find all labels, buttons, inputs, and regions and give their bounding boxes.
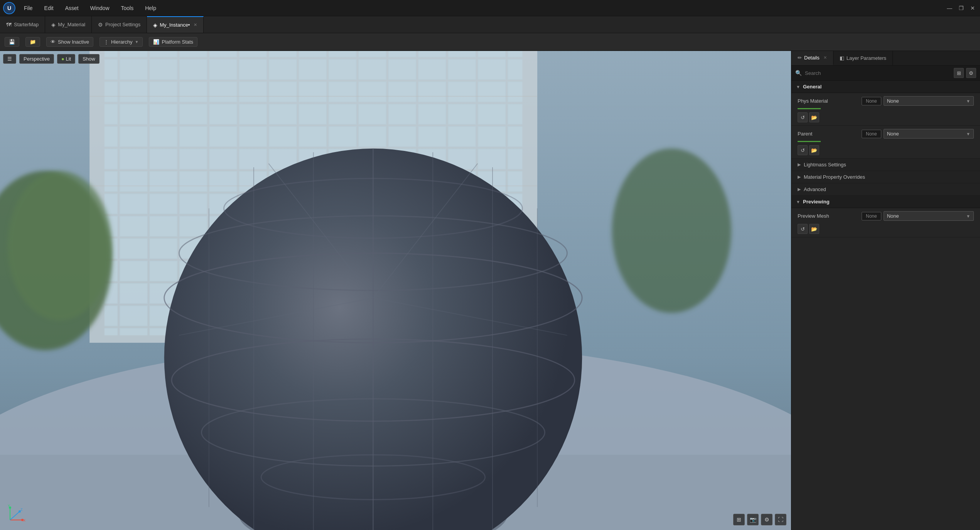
menu-help[interactable]: Help	[143, 3, 159, 13]
parent-browse-button[interactable]: 📂	[809, 145, 819, 155]
browse-button[interactable]: 📁	[25, 37, 40, 47]
platform-stats-label: Platform Stats	[162, 39, 193, 45]
menu-tools[interactable]: Tools	[119, 3, 136, 13]
parent-dropdown[interactable]: None ▼	[884, 129, 974, 139]
toolbar: 💾 📁 👁 Show Inactive ⋮ Hierarchy ▼ 📊 Plat…	[0, 33, 980, 51]
svg-text:Y: Y	[8, 504, 10, 508]
general-section-body: Phys Material None None ▼ ↺ 📂	[791, 93, 980, 159]
layer-params-icon: ◧	[840, 55, 844, 61]
tab-close-icon[interactable]: ✕	[194, 22, 197, 27]
lit-label: Lit	[66, 56, 71, 62]
platform-stats-button[interactable]: 📊 Platform Stats	[149, 37, 197, 47]
scene-background	[0, 51, 791, 530]
details-tab-label: Details	[804, 55, 820, 61]
show-button[interactable]: Show	[78, 54, 100, 64]
parent-reset-button[interactable]: ↺	[798, 145, 808, 155]
phys-material-browse-button[interactable]: 📂	[809, 112, 819, 122]
hierarchy-label: Hierarchy	[111, 39, 133, 45]
parent-green-line	[798, 141, 821, 142]
starter-map-icon: 🗺	[6, 22, 12, 28]
viewport[interactable]: ☰ Perspective ● Lit Show X Y	[0, 51, 791, 530]
tab-my-material[interactable]: ◈ My_Material	[45, 16, 92, 33]
svg-point-11	[7, 171, 112, 320]
previewing-expand-arrow: ▼	[796, 200, 801, 204]
general-section-header[interactable]: ▼ General	[791, 81, 980, 93]
phys-material-dropdown-arrow: ▼	[966, 99, 970, 103]
viewport-controls: ☰ Perspective ● Lit Show	[3, 54, 100, 64]
platform-stats-icon: 📊	[153, 39, 159, 45]
title-bar: U File Edit Asset Window Tools Help — ❐ …	[0, 0, 980, 16]
svg-point-12	[612, 149, 732, 313]
previewing-section-title: Previewing	[803, 199, 830, 205]
layer-params-label: Layer Parameters	[847, 55, 886, 61]
maximize-button[interactable]: ❐	[957, 4, 965, 12]
tab-starter-map[interactable]: 🗺 StarterMap	[0, 16, 45, 33]
tab-project-settings[interactable]: ⚙ Project Settings	[92, 16, 147, 33]
preview-mesh-browse-button[interactable]: 📂	[809, 224, 819, 234]
general-expand-arrow: ▼	[796, 85, 801, 89]
layer-params-tab[interactable]: ◧ Layer Parameters	[833, 51, 893, 65]
details-tab[interactable]: ✏ Details ✕	[791, 51, 833, 65]
hamburger-menu-button[interactable]: ☰	[3, 54, 16, 64]
window-controls: — ❐ ✕	[945, 4, 977, 12]
advanced-row[interactable]: ▶ Advanced	[791, 183, 980, 196]
advanced-expand-arrow: ▶	[798, 187, 801, 192]
right-panel: ✏ Details ✕ ◧ Layer Parameters 🔍 ⊞ ⚙ ▼ G	[791, 51, 980, 530]
preview-mesh-action-btns: ↺ 📂	[798, 224, 819, 234]
phys-material-row: Phys Material None None ▼ ↺ 📂	[791, 93, 980, 126]
panel-toolbar: ⊞ ⚙	[954, 68, 976, 78]
hierarchy-icon: ⋮	[104, 39, 109, 45]
phys-material-action-btns: ↺ 📂	[798, 112, 819, 122]
tab-my-material-label: My_Material	[58, 22, 85, 27]
close-button[interactable]: ✕	[968, 4, 977, 12]
tab-starter-map-label: StarterMap	[14, 22, 39, 27]
perspective-button[interactable]: Perspective	[19, 54, 54, 64]
preview-mesh-reset-button[interactable]: ↺	[798, 224, 808, 234]
minimize-button[interactable]: —	[945, 4, 954, 12]
vp-settings-icon[interactable]: ⚙	[761, 514, 773, 525]
browse-icon: 📁	[30, 39, 36, 45]
search-input[interactable]	[805, 70, 948, 76]
perspective-label: Perspective	[24, 56, 50, 62]
panel-settings-button[interactable]: ⚙	[966, 68, 976, 78]
menu-window[interactable]: Window	[88, 3, 112, 13]
phys-material-inner: Phys Material None None ▼	[798, 96, 974, 106]
phys-material-dropdown[interactable]: None ▼	[884, 96, 974, 106]
phys-material-none-badge: None	[862, 97, 881, 105]
lightmass-section-title: Lightmass Settings	[804, 162, 846, 168]
search-bar: 🔍 ⊞ ⚙	[791, 66, 980, 81]
panel-grid-view-button[interactable]: ⊞	[954, 68, 964, 78]
vp-camera-icon[interactable]: 📷	[747, 514, 759, 525]
material-property-overrides-row[interactable]: ▶ Material Property Overrides	[791, 171, 980, 183]
circle-icon: ●	[61, 56, 64, 62]
menu-edit[interactable]: Edit	[42, 3, 56, 13]
my-material-icon: ◈	[51, 22, 56, 28]
axis-indicator: X Y Z	[6, 504, 26, 524]
vp-grid-icon[interactable]: ⊞	[733, 514, 745, 525]
my-instance-icon: ◈	[153, 22, 157, 28]
phys-material-label: Phys Material	[798, 98, 859, 104]
preview-mesh-dropdown[interactable]: None ▼	[884, 211, 974, 221]
details-tab-close-icon[interactable]: ✕	[823, 55, 827, 60]
show-inactive-button[interactable]: 👁 Show Inactive	[46, 37, 93, 47]
phys-material-control: None None ▼	[862, 96, 974, 106]
tab-project-settings-label: Project Settings	[105, 22, 140, 27]
show-inactive-label: Show Inactive	[58, 39, 89, 45]
save-button[interactable]: 💾	[5, 37, 19, 47]
previewing-section-header[interactable]: ▼ Previewing	[791, 196, 980, 208]
lit-button[interactable]: ● Lit	[57, 54, 75, 64]
hierarchy-button[interactable]: ⋮ Hierarchy ▼	[100, 37, 143, 47]
menu-asset[interactable]: Asset	[63, 3, 81, 13]
save-icon: 💾	[9, 39, 15, 45]
preview-mesh-row: Preview Mesh None None ▼ ↺ 📂	[791, 208, 980, 237]
viewport-bottom-controls: ⊞ 📷 ⚙ ⛶	[733, 514, 786, 525]
main-layout: ☰ Perspective ● Lit Show X Y	[0, 51, 980, 530]
ue-logo: U	[3, 2, 15, 14]
phys-material-reset-button[interactable]: ↺	[798, 112, 808, 122]
lightmass-settings-row[interactable]: ▶ Lightmass Settings	[791, 159, 980, 171]
menu-file[interactable]: File	[22, 3, 35, 13]
material-property-overrides-expand-arrow: ▶	[798, 174, 801, 179]
vp-maximize-icon[interactable]: ⛶	[775, 514, 786, 525]
tab-my-instance-label: My_Instance•	[160, 22, 190, 28]
tab-my-instance[interactable]: ◈ My_Instance• ✕	[147, 16, 204, 33]
